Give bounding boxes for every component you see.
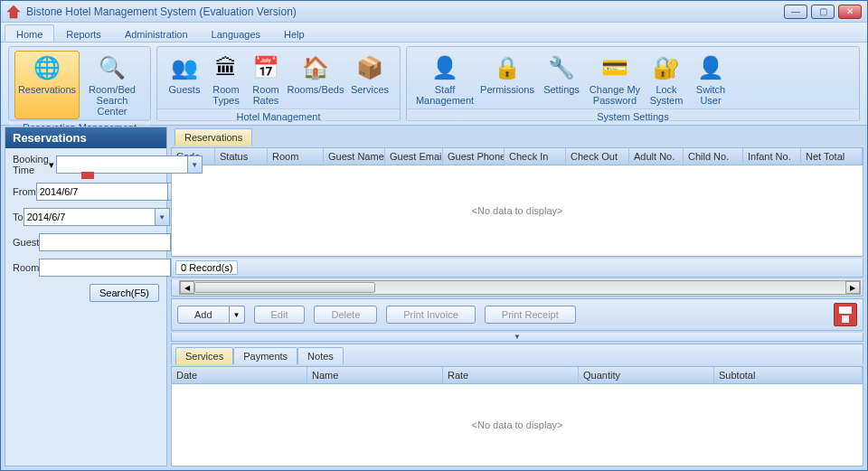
col-check-in[interactable]: Check In bbox=[505, 148, 566, 165]
ribbon-btn-permissions[interactable]: 🔒Permissions bbox=[477, 51, 537, 108]
reservations-empty-text: <No data to display> bbox=[172, 165, 863, 256]
col-room[interactable]: Room bbox=[268, 148, 324, 165]
ribbon-btn-settings[interactable]: 🔧Settings bbox=[537, 51, 586, 108]
ribbon-btn-room-bed-search[interactable]: 🔍 Room/Bed Search Center bbox=[80, 51, 145, 119]
building-icon: 🏛 bbox=[212, 53, 241, 82]
services-empty-text: <No data to display> bbox=[172, 384, 863, 466]
close-button[interactable]: ✕ bbox=[838, 5, 862, 19]
tab-payments[interactable]: Payments bbox=[233, 347, 297, 364]
room-label: Room bbox=[13, 262, 39, 273]
tab-reservations[interactable]: Reservations bbox=[175, 128, 252, 146]
globe-icon: 🌐 bbox=[33, 53, 61, 82]
ribbon-btn-room-types[interactable]: 🏛Room Types bbox=[206, 51, 246, 108]
col-quantity[interactable]: Quantity bbox=[579, 367, 714, 383]
guest-label: Guest bbox=[13, 237, 39, 248]
titlebar: Bistone Hotel Management System (Evaluat… bbox=[1, 1, 867, 23]
booking-time-dropdown-button[interactable]: ▼ bbox=[188, 155, 203, 174]
from-label: From bbox=[13, 186, 36, 197]
col-date[interactable]: Date bbox=[172, 367, 307, 383]
add-dropdown-button[interactable]: ▼ bbox=[230, 306, 245, 324]
col-rate[interactable]: Rate bbox=[443, 367, 579, 383]
sub-tab-row: Services Payments Notes bbox=[171, 344, 863, 364]
calendar-icon: 📅 bbox=[251, 53, 280, 82]
menu-tab-reports[interactable]: Reports bbox=[54, 24, 113, 42]
ribbon-btn-switch-user[interactable]: 👤Switch User bbox=[689, 51, 732, 108]
staff-icon: 👤 bbox=[430, 53, 459, 82]
col-check-out[interactable]: Check Out bbox=[566, 148, 629, 165]
tab-notes[interactable]: Notes bbox=[297, 347, 344, 364]
delete-button[interactable]: Delete bbox=[314, 306, 377, 324]
ribbon-btn-change-password[interactable]: 💳Change My Password bbox=[586, 51, 644, 108]
col-status[interactable]: Status bbox=[215, 148, 268, 165]
save-icon[interactable] bbox=[834, 303, 857, 326]
col-guest-phone[interactable]: Guest Phone bbox=[443, 148, 505, 165]
guests-icon: 👥 bbox=[170, 53, 199, 82]
menu-tab-help[interactable]: Help bbox=[272, 24, 316, 42]
main-panel: Reservations Code Status Room Guest Name… bbox=[171, 127, 863, 466]
svg-marker-0 bbox=[7, 5, 20, 18]
booking-time-select[interactable] bbox=[56, 155, 188, 174]
menubar: Home Reports Administration Languages He… bbox=[1, 23, 867, 42]
ribbon-group-reservation-management: 🌐 Reservations 🔍 Room/Bed Search Center … bbox=[8, 46, 151, 121]
ribbon-btn-reservations[interactable]: 🌐 Reservations bbox=[14, 51, 80, 119]
menu-tab-home[interactable]: Home bbox=[5, 24, 54, 42]
record-count: 0 Record(s) bbox=[175, 260, 238, 275]
app-window: Bistone Hotel Management System (Evaluat… bbox=[0, 0, 868, 471]
reservations-status-strip: 0 Record(s) bbox=[171, 259, 863, 278]
col-guest-email[interactable]: Guest Email bbox=[385, 148, 443, 165]
services-grid-header: Date Name Rate Quantity Subtotal bbox=[172, 367, 863, 384]
scroll-thumb[interactable] bbox=[194, 282, 375, 293]
col-subtotal[interactable]: Subtotal bbox=[714, 367, 863, 383]
house-icon: 🏠 bbox=[301, 53, 330, 82]
ribbon-btn-rooms-beds[interactable]: 🏠Rooms/Beds bbox=[286, 51, 345, 108]
edit-button[interactable]: Edit bbox=[254, 306, 306, 324]
ribbon-btn-staff-management[interactable]: 👤Staff Management bbox=[412, 51, 477, 108]
col-guest-name[interactable]: Guest Name bbox=[324, 148, 385, 165]
ribbon-btn-guests[interactable]: 👥Guests bbox=[163, 51, 206, 108]
add-button[interactable]: Add bbox=[177, 306, 230, 324]
app-icon bbox=[6, 5, 21, 19]
col-child-no[interactable]: Child No. bbox=[684, 148, 743, 165]
ribbon-btn-room-rates[interactable]: 📅Room Rates bbox=[246, 51, 286, 108]
collapse-handle[interactable]: ▼ bbox=[171, 333, 863, 342]
to-date-dropdown-button[interactable]: ▼ bbox=[156, 208, 170, 226]
ribbon-group-system-settings: 👤Staff Management 🔒Permissions 🔧Settings… bbox=[406, 46, 860, 121]
card-icon: 💳 bbox=[600, 53, 629, 82]
to-date-input[interactable] bbox=[24, 208, 156, 226]
reservations-grid-header: Code Status Room Guest Name Guest Email … bbox=[172, 148, 863, 165]
horizontal-scrollbar[interactable]: ◀ ▶ bbox=[179, 280, 861, 295]
menu-tab-administration[interactable]: Administration bbox=[113, 24, 200, 42]
search-button[interactable]: Search(F5) bbox=[90, 284, 159, 302]
action-bar: Add ▼ Edit Delete Print Invoice Print Re… bbox=[171, 298, 863, 331]
ribbon: 🌐 Reservations 🔍 Room/Bed Search Center … bbox=[1, 42, 867, 126]
scroll-left-button[interactable]: ◀ bbox=[180, 281, 194, 294]
wrench-icon: 🔧 bbox=[547, 53, 576, 82]
menu-tab-languages[interactable]: Languages bbox=[200, 24, 272, 42]
tab-services[interactable]: Services bbox=[175, 347, 233, 364]
marker-icon bbox=[81, 172, 94, 179]
reservations-grid: Code Status Room Guest Name Guest Email … bbox=[171, 147, 863, 257]
print-invoice-button[interactable]: Print Invoice bbox=[386, 306, 476, 324]
padlock-icon: 🔐 bbox=[652, 53, 681, 82]
col-infant-no[interactable]: Infant No. bbox=[743, 148, 801, 165]
switch-user-icon: 👤 bbox=[696, 53, 725, 82]
guest-input[interactable] bbox=[39, 233, 171, 251]
sidebar-title: Reservations bbox=[5, 127, 166, 148]
maximize-button[interactable]: ▢ bbox=[811, 5, 835, 19]
window-title: Bistone Hotel Management System (Evaluat… bbox=[26, 5, 784, 18]
reservations-scroll-strip: ◀ ▶ bbox=[171, 279, 863, 297]
lock-icon: 🔒 bbox=[493, 53, 522, 82]
from-date-input[interactable] bbox=[36, 183, 168, 201]
col-name[interactable]: Name bbox=[307, 367, 443, 383]
minimize-button[interactable]: — bbox=[784, 5, 807, 19]
print-receipt-button[interactable]: Print Receipt bbox=[485, 306, 576, 324]
ribbon-btn-lock-system[interactable]: 🔐Lock System bbox=[644, 51, 689, 108]
ribbon-btn-services[interactable]: 📦Services bbox=[345, 51, 394, 108]
sidebar: Reservations Booking Time ▾ ▼ From ▼ bbox=[5, 127, 167, 466]
reservations-tab-row: Reservations bbox=[171, 127, 863, 146]
search-house-icon: 🔍 bbox=[98, 53, 127, 82]
scroll-right-button[interactable]: ▶ bbox=[845, 281, 860, 294]
col-net-total[interactable]: Net Total bbox=[801, 148, 863, 165]
room-input[interactable] bbox=[39, 259, 171, 277]
col-adult-no[interactable]: Adult No. bbox=[629, 148, 684, 165]
